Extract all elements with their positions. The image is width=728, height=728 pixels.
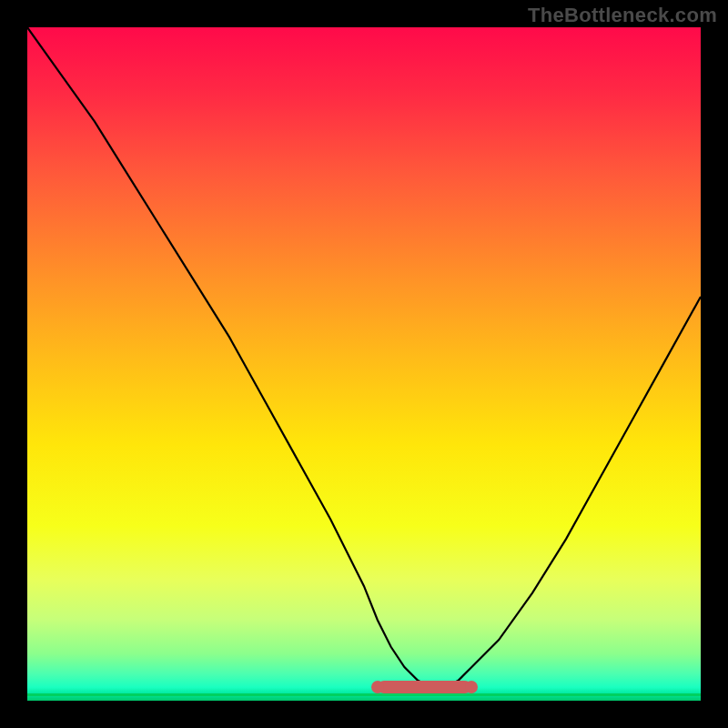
tolerance-band [378,681,472,693]
watermark-text: TheBottleneck.com [528,4,717,27]
plot-area [27,27,701,701]
bottleneck-curve [27,27,701,701]
curve-path [27,27,701,687]
chart-container: TheBottleneck.com [0,0,728,728]
tolerance-cap-left-icon [371,681,384,693]
